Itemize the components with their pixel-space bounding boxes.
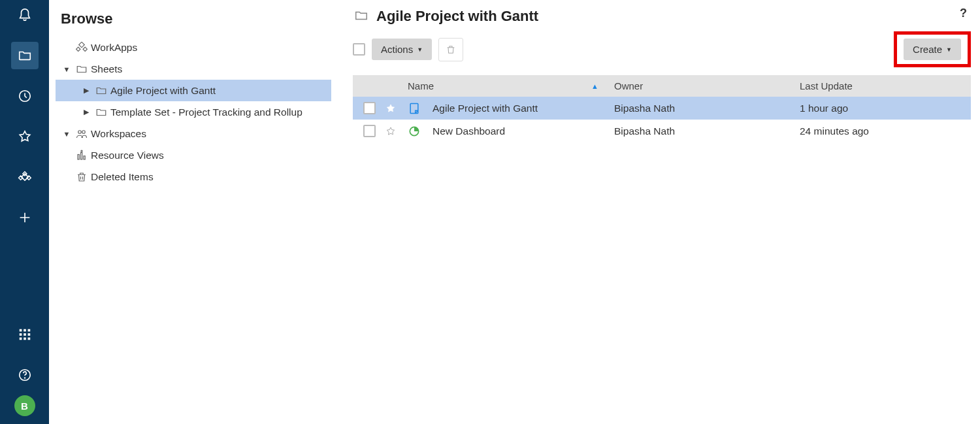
folder-icon (92, 106, 110, 118)
workapps-tree-icon (73, 42, 91, 54)
row-checkbox[interactable] (363, 102, 376, 114)
svg-rect-2 (19, 329, 22, 332)
table-header: Name ▲ Owner Last Update (353, 75, 971, 97)
create-button[interactable]: Create ▼ (904, 39, 961, 60)
tree-label: Resource Views (91, 150, 164, 161)
row-checkbox[interactable] (363, 125, 376, 137)
chevron-down-icon: ▼ (417, 46, 423, 53)
items-table: Name ▲ Owner Last Update Agile Project w… (353, 75, 971, 142)
create-label: Create (913, 44, 942, 55)
favorites-icon[interactable] (11, 123, 39, 150)
tree-label: Deleted Items (91, 171, 154, 183)
svg-rect-18 (78, 154, 79, 159)
browse-sidebar: Browse WorkApps ▼ Sheets ▶ Agile Project… (49, 0, 346, 424)
svg-rect-10 (27, 338, 30, 340)
recents-icon[interactable] (11, 82, 39, 110)
actions-button[interactable]: Actions ▼ (372, 39, 432, 60)
tree-label: WorkApps (91, 42, 137, 54)
svg-point-17 (82, 130, 86, 133)
col-name-label: Name (408, 80, 434, 91)
row-name: Agile Project with Gantt (433, 103, 538, 114)
tree-template[interactable]: ▶ Template Set - Project Tracking and Ro… (56, 101, 331, 123)
star-icon[interactable] (385, 126, 396, 137)
svg-rect-13 (79, 42, 84, 47)
create-highlight: Create ▼ (894, 31, 971, 67)
sort-asc-icon: ▲ (591, 82, 598, 90)
nav-rail: B (0, 0, 49, 424)
tree-label: Sheets (91, 63, 122, 75)
tree-agile[interactable]: ▶ Agile Project with Gantt (56, 80, 331, 101)
svg-rect-6 (24, 333, 26, 336)
delete-button[interactable] (438, 38, 463, 61)
avatar[interactable]: B (14, 395, 35, 416)
col-owner[interactable]: Owner (608, 80, 793, 91)
app-launcher-icon[interactable] (11, 321, 39, 348)
svg-rect-20 (84, 155, 85, 159)
tree-deleted[interactable]: Deleted Items (56, 166, 331, 188)
col-name[interactable]: Name ▲ (401, 80, 608, 91)
svg-rect-5 (19, 333, 22, 336)
svg-rect-9 (24, 338, 26, 340)
svg-rect-14 (76, 47, 80, 51)
tree-workspaces[interactable]: ▼ Workspaces (56, 123, 331, 144)
sidebar-title: Browse (61, 10, 331, 27)
sheet-icon (408, 102, 421, 115)
caret-right-icon[interactable]: ▶ (80, 108, 92, 116)
svg-rect-8 (19, 338, 22, 340)
workapps-icon[interactable] (11, 163, 39, 191)
svg-rect-3 (24, 329, 26, 332)
svg-rect-7 (27, 333, 30, 336)
page-title: Agile Project with Gantt (376, 8, 538, 25)
row-owner: Bipasha Nath (608, 125, 793, 137)
caret-right-icon[interactable]: ▶ (80, 86, 92, 95)
tree-sheets[interactable]: ▼ Sheets (56, 58, 331, 80)
add-icon[interactable] (11, 204, 39, 231)
notifications-icon[interactable] (11, 1, 39, 29)
svg-rect-15 (83, 47, 87, 51)
dashboard-icon (408, 125, 421, 138)
svg-rect-4 (27, 329, 30, 332)
table-row[interactable]: New Dashboard Bipasha Nath 24 minutes ag… (353, 120, 971, 142)
row-owner: Bipasha Nath (608, 103, 793, 114)
col-last-update[interactable]: Last Update (793, 80, 971, 91)
actions-label: Actions (381, 44, 413, 55)
caret-down-icon[interactable]: ▼ (61, 130, 73, 138)
tree-label: Template Set - Project Tracking and Roll… (110, 106, 302, 118)
svg-rect-19 (81, 152, 82, 159)
tree-resource[interactable]: Resource Views (56, 144, 331, 166)
select-all-checkbox[interactable] (353, 43, 365, 56)
tree-label: Workspaces (91, 128, 146, 140)
star-icon[interactable] (385, 103, 396, 114)
folder-icon (92, 85, 110, 97)
people-icon (73, 128, 91, 140)
main-panel: ? Agile Project with Gantt Actions ▼ Cre… (346, 0, 980, 424)
chevron-down-icon: ▼ (946, 46, 952, 53)
row-name: New Dashboard (433, 125, 505, 137)
row-updated: 1 hour ago (793, 103, 971, 114)
toolbar: Actions ▼ Create ▼ (353, 31, 971, 67)
folder-icon (353, 8, 370, 25)
svg-point-16 (78, 130, 82, 133)
table-row[interactable]: Agile Project with Gantt Bipasha Nath 1 … (353, 97, 971, 120)
row-updated: 24 minutes ago (793, 125, 971, 137)
folder-icon (73, 63, 91, 75)
svg-point-21 (81, 150, 82, 152)
svg-point-12 (24, 378, 25, 378)
resource-icon (73, 150, 91, 161)
caret-down-icon[interactable]: ▼ (61, 65, 73, 73)
trash-icon (73, 171, 91, 183)
browse-icon[interactable] (11, 42, 39, 69)
help-button[interactable]: ? (960, 7, 967, 20)
tree-label: Agile Project with Gantt (110, 85, 216, 97)
help-icon[interactable] (11, 361, 39, 389)
tree-workapps[interactable]: WorkApps (56, 37, 331, 58)
